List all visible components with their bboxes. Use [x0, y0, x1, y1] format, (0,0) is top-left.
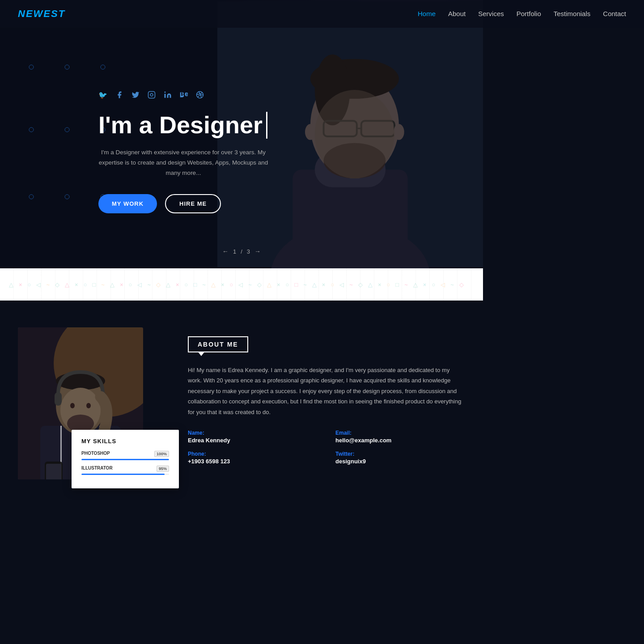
- svg-point-38: [70, 403, 75, 408]
- navbar: NEWEST Home About Services Portfolio Tes…: [0, 0, 483, 28]
- nav-home[interactable]: Home: [418, 10, 436, 17]
- pagination-total: 3: [247, 248, 250, 255]
- svg-point-21: [394, 124, 404, 140]
- about-left: MY SKILLS PHOTOSHOP 100% ILLUSTRATOR 95%: [18, 327, 170, 479]
- skill-fill-illustrator: [81, 474, 165, 475]
- skill-item-photoshop: PHOTOSHOP 100%: [81, 451, 169, 460]
- deco-shape-15: ◁: [137, 281, 142, 288]
- about-description: Hi! My name is Edrea Kennedy. I am a gra…: [188, 365, 465, 417]
- deco-shape-45: △: [413, 281, 418, 288]
- deco-shape-13: ×: [120, 281, 123, 288]
- hero-subtitle: I'm a Designer with extensive experience…: [98, 148, 268, 178]
- next-arrow[interactable]: →: [254, 248, 261, 255]
- svg-rect-25: [165, 94, 166, 98]
- info-twitter-value: designuix9: [335, 458, 465, 465]
- skill-bar-illustrator: [81, 474, 169, 475]
- hero-buttons: MY WORK HIRE ME: [98, 194, 268, 213]
- deco-shape-11: ~: [101, 281, 105, 288]
- deco-shape-14: ○: [129, 281, 132, 288]
- deco-shape-37: ◁: [339, 281, 344, 288]
- deco-shape-28: ◇: [257, 281, 262, 288]
- about-badge: ABOUT ME: [188, 336, 248, 352]
- facebook-icon[interactable]: 🐦: [98, 91, 107, 99]
- deco-shape-10: □: [93, 281, 96, 288]
- svg-rect-23: [148, 92, 155, 98]
- info-twitter: Twitter: designuix9: [335, 451, 465, 465]
- deco-shape-18: △: [166, 281, 170, 288]
- deco-shape-6: ◇: [55, 281, 59, 288]
- deco-shape-4: ◁: [36, 281, 41, 288]
- deco-shape-25: ○: [230, 281, 233, 288]
- logo[interactable]: NEWEST: [18, 8, 65, 20]
- deco-shape-26: ◁: [238, 281, 243, 288]
- dribbble-icon[interactable]: [196, 91, 204, 99]
- pagination-separator: /: [241, 248, 242, 255]
- skill-pct-illustrator: 95%: [157, 466, 169, 472]
- info-email-label: Email:: [335, 430, 465, 436]
- deco-shape-44: ~: [404, 281, 408, 288]
- hireme-button[interactable]: HIRE ME: [165, 194, 221, 213]
- deco-shape-19: ×: [176, 281, 179, 288]
- info-email: Email: hello@example.com: [335, 430, 465, 444]
- info-name-label: Name:: [188, 430, 318, 436]
- deco-shape-1: △: [9, 281, 13, 288]
- info-twitter-label: Twitter:: [335, 451, 465, 457]
- deco-shape-3: ○: [28, 281, 31, 288]
- skill-item-illustrator: ILLUSTRATOR 95%: [81, 466, 169, 475]
- deco-shape-30: ×: [277, 281, 280, 288]
- nav-services[interactable]: Services: [478, 10, 483, 17]
- deco-shape-21: □: [193, 281, 197, 288]
- hero-pagination: ← 1 / 3 →: [222, 248, 261, 255]
- deco-strip-inner: △ × ○ ◁ ~ ◇ △ × ○ □ ~ △ × ○ ◁ ~ ◇ △ × ○ …: [0, 268, 483, 301]
- deco-shape-41: ×: [378, 281, 381, 288]
- pagination-current: 1: [233, 248, 236, 255]
- nav-about[interactable]: About: [448, 10, 466, 17]
- twitter-icon[interactable]: [131, 91, 140, 99]
- svg-point-22: [315, 90, 394, 178]
- info-phone: Phone: +1903 6598 123: [188, 451, 318, 465]
- deco-shape-23: △: [211, 281, 216, 288]
- deco-shape-47: ○: [432, 281, 435, 288]
- deco-shape-16: ~: [147, 281, 151, 288]
- deco-shape-40: △: [368, 281, 373, 288]
- deco-shape-35: ×: [322, 281, 326, 288]
- prev-arrow[interactable]: ←: [222, 248, 229, 255]
- deco-shape-34: △: [312, 281, 317, 288]
- deco-shape-20: ○: [185, 281, 188, 288]
- info-name-value: Edrea Kennedy: [188, 437, 318, 444]
- deco-shape-2: ×: [19, 281, 22, 288]
- deco-shape-46: ×: [423, 281, 427, 288]
- info-phone-value: +1903 6598 123: [188, 458, 318, 465]
- info-email-value: hello@example.com: [335, 437, 465, 444]
- deco-shape-32: □: [294, 281, 298, 288]
- svg-point-20: [305, 124, 316, 140]
- hero-section: 🐦 I'm a Designer I'm a Designer with ext…: [0, 0, 483, 268]
- skill-bar-photoshop: [81, 459, 169, 460]
- deco-shape-27: ~: [248, 281, 252, 288]
- skill-fill-photoshop: [81, 459, 169, 460]
- facebook-icon[interactable]: [115, 91, 123, 99]
- deco-strip: △ × ○ ◁ ~ ◇ △ × ○ □ ~ △ × ○ ◁ ~ ◇ △ × ○ …: [0, 268, 483, 301]
- deco-shape-39: ◇: [358, 281, 363, 288]
- deco-shape-12: △: [110, 281, 114, 288]
- deco-shape-43: □: [395, 281, 399, 288]
- svg-rect-42: [46, 464, 61, 479]
- deco-shape-24: ×: [221, 281, 225, 288]
- deco-shape-29: △: [267, 281, 271, 288]
- behance-icon[interactable]: [180, 91, 188, 99]
- linkedin-icon[interactable]: [164, 91, 172, 99]
- deco-shape-33: ~: [303, 281, 307, 288]
- deco-shape-5: ~: [46, 281, 50, 288]
- deco-shape-17: ◇: [156, 281, 161, 288]
- deco-shape-38: ~: [349, 281, 353, 288]
- mywork-button[interactable]: MY WORK: [98, 194, 157, 213]
- deco-shape-50: ◇: [459, 281, 464, 288]
- social-icons: 🐦: [98, 91, 268, 99]
- deco-shape-48: ◁: [441, 281, 445, 288]
- info-name: Name: Edrea Kennedy: [188, 430, 318, 444]
- skills-card: MY SKILLS PHOTOSHOP 100% ILLUSTRATOR 95%: [72, 430, 179, 488]
- deco-shape-7: △: [65, 281, 69, 288]
- instagram-icon[interactable]: [148, 91, 156, 99]
- svg-point-26: [165, 92, 166, 93]
- deco-shape-49: ~: [450, 281, 454, 288]
